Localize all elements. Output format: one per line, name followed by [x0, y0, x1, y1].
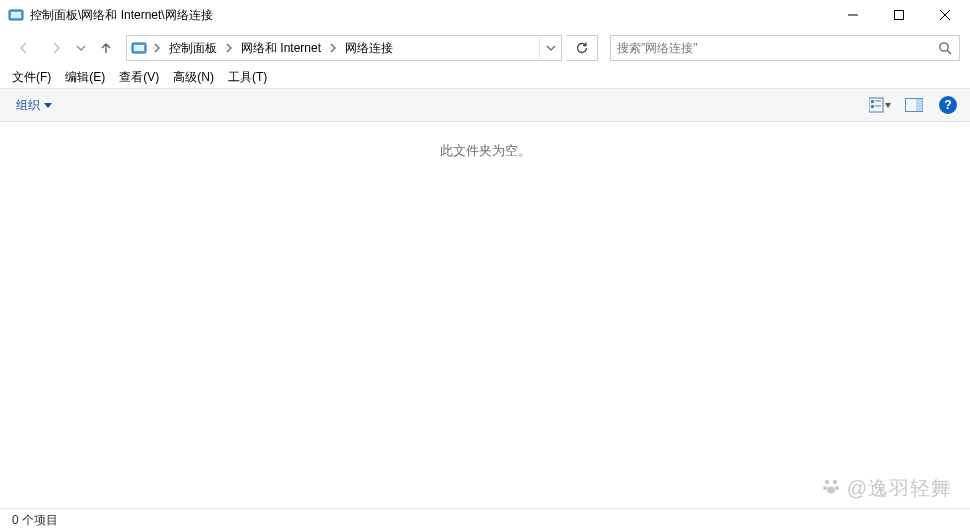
- title-bar: 控制面板\网络和 Internet\网络连接: [0, 0, 970, 30]
- status-text: 0 个项目: [12, 512, 58, 529]
- chevron-right-icon[interactable]: [327, 36, 339, 60]
- svg-rect-18: [916, 99, 923, 111]
- view-options-button[interactable]: [868, 93, 892, 117]
- forward-button[interactable]: [42, 34, 70, 62]
- svg-rect-3: [895, 11, 904, 20]
- watermark: @逸羽轻舞: [821, 475, 952, 502]
- svg-point-23: [827, 487, 835, 494]
- window-title: 控制面板\网络和 Internet\网络连接: [30, 7, 213, 24]
- search-button[interactable]: [931, 36, 959, 60]
- refresh-button[interactable]: [566, 35, 598, 61]
- command-bar-right: ?: [868, 93, 960, 117]
- address-bar[interactable]: 控制面板 网络和 Internet 网络连接: [126, 35, 562, 61]
- svg-rect-12: [871, 100, 874, 103]
- organize-button[interactable]: 组织: [10, 94, 54, 117]
- menu-file[interactable]: 文件(F): [6, 67, 57, 88]
- svg-line-9: [947, 50, 951, 54]
- search-input[interactable]: [611, 41, 931, 55]
- back-button[interactable]: [10, 34, 38, 62]
- chevron-down-icon: [44, 98, 52, 112]
- network-connections-icon: [131, 40, 147, 56]
- svg-marker-16: [885, 103, 891, 108]
- svg-point-21: [823, 486, 827, 490]
- svg-point-20: [832, 480, 836, 484]
- menu-tools[interactable]: 工具(T): [222, 67, 273, 88]
- watermark-text: @逸羽轻舞: [847, 475, 952, 502]
- svg-rect-13: [871, 105, 874, 108]
- minimize-button[interactable]: [830, 0, 876, 30]
- menu-edit[interactable]: 编辑(E): [59, 67, 111, 88]
- help-button[interactable]: ?: [936, 93, 960, 117]
- svg-point-22: [835, 486, 839, 490]
- svg-point-8: [940, 43, 948, 51]
- recent-locations-button[interactable]: [74, 43, 88, 53]
- paw-icon: [821, 476, 841, 501]
- chevron-right-icon[interactable]: [151, 36, 163, 60]
- preview-pane-button[interactable]: [902, 93, 926, 117]
- close-button[interactable]: [922, 0, 968, 30]
- svg-marker-10: [44, 103, 52, 108]
- menu-advanced[interactable]: 高级(N): [167, 67, 220, 88]
- menu-bar: 文件(F) 编辑(E) 查看(V) 高级(N) 工具(T): [0, 66, 970, 88]
- help-icon: ?: [939, 96, 957, 114]
- address-dropdown-button[interactable]: [539, 36, 561, 60]
- status-bar: 0 个项目: [0, 508, 970, 532]
- breadcrumb-item[interactable]: 控制面板: [163, 36, 223, 60]
- up-button[interactable]: [92, 34, 120, 62]
- breadcrumb-item[interactable]: 网络连接: [339, 36, 399, 60]
- control-panel-icon: [8, 7, 24, 23]
- svg-point-19: [824, 480, 828, 484]
- organize-label: 组织: [16, 97, 40, 114]
- navigation-bar: 控制面板 网络和 Internet 网络连接: [0, 30, 970, 66]
- breadcrumb-item[interactable]: 网络和 Internet: [235, 36, 327, 60]
- search-box[interactable]: [610, 35, 960, 61]
- empty-folder-message: 此文件夹为空。: [0, 142, 970, 160]
- svg-rect-7: [134, 45, 144, 51]
- menu-view[interactable]: 查看(V): [113, 67, 165, 88]
- command-bar: 组织 ?: [0, 88, 970, 122]
- content-area: 此文件夹为空。: [0, 142, 970, 512]
- svg-rect-1: [11, 12, 21, 18]
- chevron-right-icon[interactable]: [223, 36, 235, 60]
- maximize-button[interactable]: [876, 0, 922, 30]
